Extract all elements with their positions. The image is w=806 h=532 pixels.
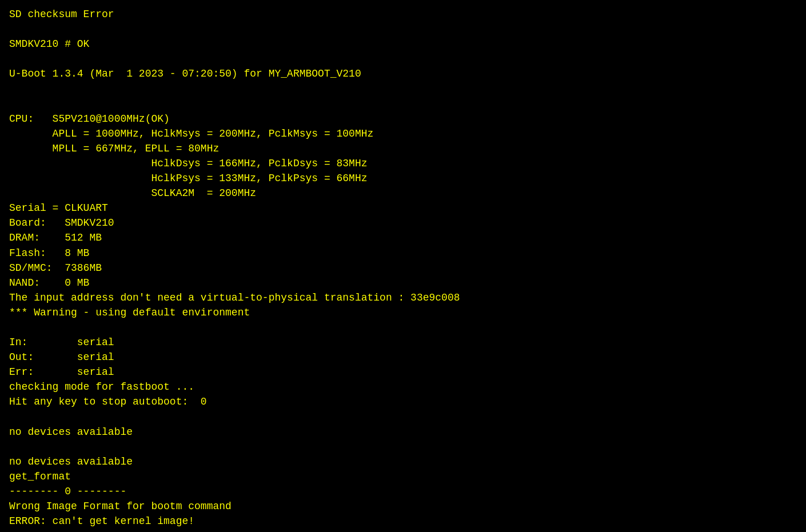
terminal-line: checking mode for fastboot ... [9, 379, 797, 394]
terminal-line: MPLL = 667MHz, EPLL = 80MHz [9, 141, 797, 156]
terminal-line: NAND: 0 MB [9, 275, 797, 290]
terminal-line: In: serial [9, 335, 797, 350]
terminal-line: Hit any key to stop autoboot: 0 [9, 394, 797, 409]
terminal-line: Out: serial [9, 350, 797, 365]
terminal-line: SMDKV210 # OK [9, 37, 797, 51]
terminal-line [9, 22, 797, 37]
terminal-line: U-Boot 1.3.4 (Mar 1 2023 - 07:20:50) for… [9, 66, 797, 81]
terminal-line: APLL = 1000MHz, HclkMsys = 200MHz, PclkM… [9, 126, 797, 141]
terminal-line: no devices available [9, 425, 797, 439]
terminal-line: get_format [9, 469, 797, 484]
terminal-line: no devices available [9, 454, 797, 469]
terminal-line: SCLKA2M = 200MHz [9, 186, 797, 201]
terminal-output: SD checksum ErrorSMDKV210 # OKU-Boot 1.3… [9, 7, 797, 532]
terminal-line: HclkDsys = 166MHz, PclkDsys = 83MHz [9, 156, 797, 171]
terminal-line: SD checksum Error [9, 7, 797, 22]
terminal-line: Board: SMDKV210 [9, 215, 797, 230]
terminal-line [9, 51, 797, 66]
terminal-line [9, 410, 797, 425]
terminal-line [9, 320, 797, 335]
terminal-line [9, 97, 797, 111]
terminal-line: CPU: S5PV210@1000MHz(OK) [9, 111, 797, 126]
terminal-line: SMDKV210 # [9, 529, 797, 532]
terminal-line: HclkPsys = 133MHz, PclkPsys = 66MHz [9, 171, 797, 186]
terminal-line [9, 81, 797, 96]
terminal-line: The input address don't need a virtual-t… [9, 290, 797, 305]
terminal-line: ERROR: can't get kernel image! [9, 514, 797, 529]
terminal-line: Flash: 8 MB [9, 246, 797, 261]
terminal-line: *** Warning - using default environment [9, 305, 797, 320]
terminal-line: Err: serial [9, 365, 797, 379]
terminal-line: DRAM: 512 MB [9, 230, 797, 245]
terminal-line: Wrong Image Format for bootm command [9, 499, 797, 514]
terminal-line: SD/MMC: 7386MB [9, 261, 797, 275]
terminal-line [9, 439, 797, 454]
terminal-line: Serial = CLKUART [9, 201, 797, 215]
terminal-line: -------- 0 -------- [9, 484, 797, 499]
